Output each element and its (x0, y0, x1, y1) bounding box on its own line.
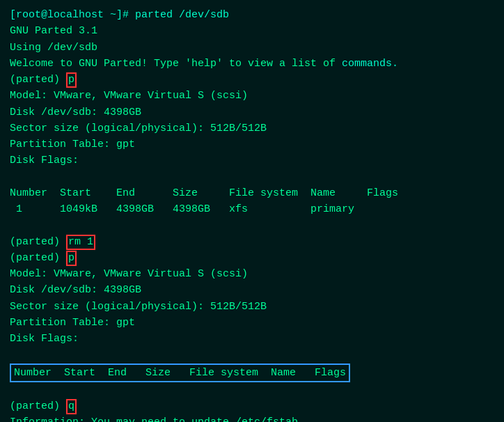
disk-flags-line-2: Disk Flags: (10, 331, 494, 347)
initial-command-line: [root@localhost ~]# parted /dev/sdb (10, 7, 494, 23)
parted-prompt-3: (parted) (10, 250, 66, 266)
partition-table-text-1: Partition Table: gpt (10, 136, 135, 153)
table-header-line-1: Number Start End Size File system Name F… (10, 185, 494, 201)
info-line: Information: You may need to update /etc… (10, 414, 494, 422)
using-device-text: Using /dev/sdb (10, 40, 97, 56)
cmd-p-2[interactable]: p (66, 251, 77, 266)
table-row-text-1: 1 1049kB 4398GB 4398GB xfs primary (10, 201, 354, 217)
sector-line-1: Sector size (logical/physical): 512B/512… (10, 120, 494, 136)
partition-table-line-2: Partition Table: gpt (10, 315, 494, 331)
partition-table-text-2: Partition Table: gpt (10, 315, 135, 331)
sector-text-1: Sector size (logical/physical): 512B/512… (10, 120, 267, 136)
cmd-q[interactable]: q (66, 399, 77, 414)
disk-line-1: Disk /dev/sdb: 4398GB (10, 104, 494, 120)
model-line-1: Model: VMware, VMware Virtual S (scsi) (10, 88, 494, 104)
initial-command-text: [root@localhost ~]# parted /dev/sdb (10, 7, 229, 23)
empty-line-1 (10, 169, 494, 185)
welcome-commands-text: commands. (342, 56, 398, 72)
parted-cmd-q-line: (parted) q (10, 398, 494, 414)
model-text-2: Model: VMware, VMware Virtual S (scsi) (10, 266, 248, 282)
table-row-line-1: 1 1049kB 4398GB 4398GB xfs primary (10, 201, 494, 217)
disk-flags-line-1: Disk Flags: (10, 153, 494, 169)
parted-cmd-p1-line: (parted) p (10, 72, 494, 88)
disk-flags-text-2: Disk Flags: (10, 331, 79, 347)
disk-text-1: Disk /dev/sdb: 4398GB (10, 104, 141, 120)
welcome-text: Welcome to GNU Parted! Type 'help' to vi… (10, 56, 342, 72)
parted-cmd-rm-line: (parted) rm 1 (10, 234, 494, 250)
model-text-1: Model: VMware, VMware Virtual S (scsi) (10, 88, 248, 104)
welcome-line: Welcome to GNU Parted! Type 'help' to vi… (10, 56, 494, 72)
terminal-window: [root@localhost ~]# parted /dev/sdb GNU … (0, 0, 504, 422)
table-header-text-1: Number Start End Size File system Name F… (10, 185, 398, 201)
gnu-version-line: GNU Parted 3.1 (10, 23, 494, 39)
cmd-p-1[interactable]: p (66, 72, 77, 88)
table-header-line-2: Number Start End Size File system Name F… (10, 364, 494, 382)
sector-line-2: Sector size (logical/physical): 512B/512… (10, 299, 494, 315)
info-text: Information: You may need to update /etc… (10, 414, 304, 422)
parted-prompt-2: (parted) (10, 234, 66, 250)
partition-table-line-1: Partition Table: gpt (10, 136, 494, 153)
model-line-2: Model: VMware, VMware Virtual S (scsi) (10, 266, 494, 282)
disk-flags-text-1: Disk Flags: (10, 153, 79, 169)
gnu-version-text: GNU Parted 3.1 (10, 23, 97, 39)
empty-line-3 (10, 347, 494, 363)
table-header-boxed-2: Number Start End Size File system Name F… (10, 364, 350, 382)
disk-line-2: Disk /dev/sdb: 4398GB (10, 282, 494, 298)
sector-text-2: Sector size (logical/physical): 512B/512… (10, 299, 267, 315)
empty-line-2 (10, 217, 494, 233)
parted-prompt-1: (parted) (10, 72, 66, 88)
using-device-line: Using /dev/sdb (10, 40, 494, 56)
parted-prompt-4: (parted) (10, 398, 66, 414)
cmd-rm[interactable]: rm 1 (66, 235, 95, 250)
disk-text-2: Disk /dev/sdb: 4398GB (10, 282, 141, 298)
empty-line-4 (10, 382, 494, 398)
parted-cmd-p2-line: (parted) p (10, 250, 494, 266)
